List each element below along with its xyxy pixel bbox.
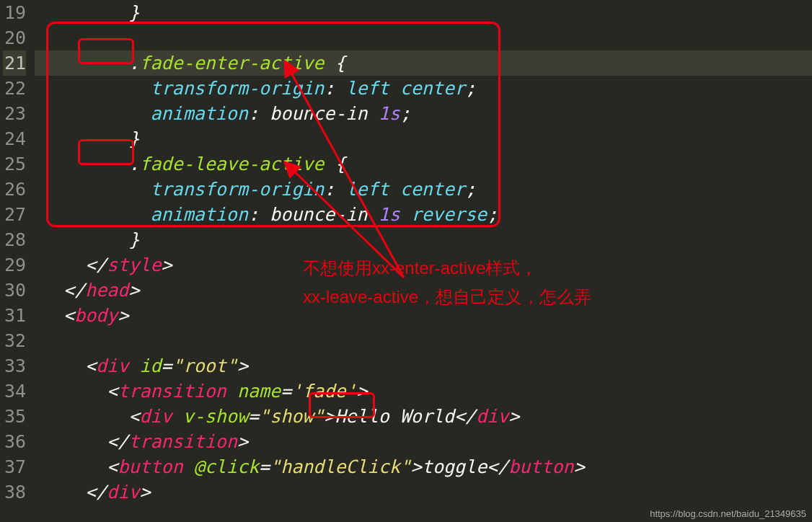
line-number: 29 [3, 252, 26, 278]
line-number: 26 [3, 177, 26, 202]
line-number: 37 [3, 454, 26, 479]
code-line: animation: bounce-in 1s reverse; [35, 202, 812, 227]
code-line: </transition> [35, 429, 812, 454]
line-number: 20 [3, 25, 26, 50]
line-number: 21 [3, 50, 26, 76]
code-line: <div v-show="show">Hello World</div> [35, 404, 812, 429]
code-line: animation: bounce-in 1s; [35, 101, 812, 126]
code-line: .fade-enter-active { [35, 50, 812, 76]
code-line: transform-origin: left center; [35, 76, 812, 101]
code-line: } [35, 126, 812, 151]
line-number: 27 [3, 202, 26, 227]
line-number: 23 [3, 101, 26, 126]
line-number: 22 [3, 76, 26, 101]
line-number: 34 [3, 379, 26, 404]
code-line: transform-origin: left center; [35, 177, 812, 202]
code-line: <div id="root"> [35, 353, 812, 379]
line-number: 24 [3, 126, 26, 151]
line-number: 25 [3, 151, 26, 177]
line-number: 30 [3, 278, 26, 303]
line-number: 38 [3, 479, 26, 505]
annotation-text: 不想使用xx-enter-active样式， xx-leave-active，想… [303, 254, 591, 311]
line-number: 31 [3, 303, 26, 328]
code-line [35, 328, 812, 353]
watermark: https://blog.csdn.net/baidu_21349635 [650, 508, 806, 519]
code-line: <transition name='fade'> [35, 379, 812, 404]
line-number: 36 [3, 429, 26, 454]
annotation-line-1: 不想使用xx-enter-active样式， [303, 254, 591, 283]
code-line: } [35, 0, 812, 25]
code-line: .fade-leave-active { [35, 151, 812, 177]
code-line: </div> [35, 479, 812, 505]
line-number: 33 [3, 353, 26, 379]
line-number: 28 [3, 227, 26, 252]
line-number: 35 [3, 404, 26, 429]
line-number-gutter: 19 20 21 22 23 24 25 26 27 28 29 30 31 3… [0, 0, 35, 522]
code-line: <button @click="handleClick">toggle</but… [35, 454, 812, 479]
annotation-line-2: xx-leave-active，想自己定义，怎么弄 [303, 283, 591, 311]
code-line: } [35, 227, 812, 252]
code-line [35, 25, 812, 50]
line-number: 32 [3, 328, 26, 353]
line-number: 19 [3, 0, 26, 25]
